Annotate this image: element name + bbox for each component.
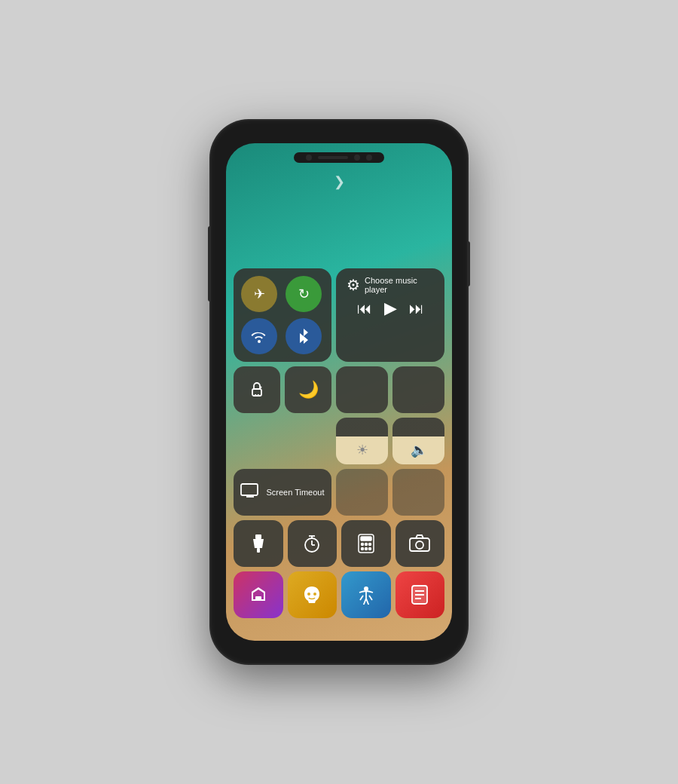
music-header: ⚙ Choose music player [347,276,434,294]
music-settings-icon[interactable]: ⚙ [347,276,360,294]
row-bottom-apps [234,571,444,618]
svg-point-21 [416,541,423,549]
row-app-shortcuts [234,520,444,567]
accessibility-button[interactable] [341,571,391,618]
row-connectivity-music: ✈ ↻ ⚙ Choo [234,268,444,362]
camera-button[interactable] [396,520,445,567]
svg-point-23 [307,593,310,596]
airplane-mode-button[interactable]: ✈ [241,276,277,312]
svg-rect-0 [252,389,261,396]
camera-dot-3 [366,155,372,161]
svg-point-16 [368,544,371,546]
music-prev-button[interactable]: ⏮ [357,300,372,317]
svg-point-15 [365,544,367,546]
notes-button[interactable] [396,571,445,618]
slider-panel: ☀ 🔈 [336,366,444,464]
volume-slider[interactable]: 🔈 [392,418,444,464]
svg-rect-6 [257,548,260,553]
svg-rect-13 [361,537,371,541]
svg-point-18 [365,548,367,550]
connectivity-grid: ✈ ↻ [234,268,331,362]
camera-dot-2 [354,155,360,161]
screen-timeout-icon [240,483,260,502]
screen-timeout-label: Screen Timeout [266,487,324,498]
rotation-lock-button[interactable]: ↻ [286,276,322,312]
row-toggles-sliders: 🌙 ☀ 🔈 [234,366,444,464]
empty-slot-1 [336,366,388,413]
music-controls: ⏮ ▶ ⏭ [357,299,424,318]
bluetooth-button[interactable] [286,318,322,354]
flashlight-button[interactable] [234,520,283,567]
svg-rect-5 [255,534,261,539]
phone-screen: ❯ ✈ ↻ [226,143,452,641]
svg-rect-1 [241,484,258,495]
brightness-slider[interactable]: ☀ [336,418,388,464]
quick-toggles: 🌙 [234,366,331,464]
control-panel: ✈ ↻ ⚙ Choo [234,268,444,618]
bixby-button[interactable] [288,571,337,618]
galaxy-store-button[interactable] [234,571,283,618]
empty-slot-2 [392,366,444,413]
empty-slot-4 [392,469,444,516]
calculator-button[interactable] [341,520,391,567]
chevron-down-icon[interactable]: ❯ [334,173,345,190]
music-player-label: Choose music player [365,276,434,294]
phone-device: ❯ ✈ ↻ [211,121,467,663]
timer-button[interactable] [288,520,337,567]
row-screen-timeout: Screen Timeout [234,469,444,516]
speaker-bar [318,156,348,159]
slider-row-top [336,366,444,413]
night-mode-button[interactable]: 🌙 [285,366,331,413]
brightness-icon: ☀ [356,442,368,458]
svg-rect-22 [255,596,261,601]
empty-slot-3 [336,469,388,516]
volume-icon: 🔈 [411,442,427,458]
svg-point-14 [361,544,363,546]
music-play-button[interactable]: ▶ [384,299,397,318]
camera-dot [306,155,312,161]
svg-point-24 [313,593,316,596]
music-player-panel: ⚙ Choose music player ⏮ ▶ ⏭ [336,268,444,362]
wifi-button[interactable] [241,318,277,354]
music-next-button[interactable]: ⏭ [409,300,424,317]
svg-point-17 [361,548,363,550]
screen-lock-button[interactable] [234,366,280,413]
phone-top-bar [294,152,384,163]
screen-timeout-button[interactable]: Screen Timeout [234,469,331,516]
svg-marker-4 [253,539,264,548]
slider-row-bottom: ☀ 🔈 [336,418,444,464]
svg-point-25 [364,586,368,591]
svg-point-19 [368,548,371,550]
